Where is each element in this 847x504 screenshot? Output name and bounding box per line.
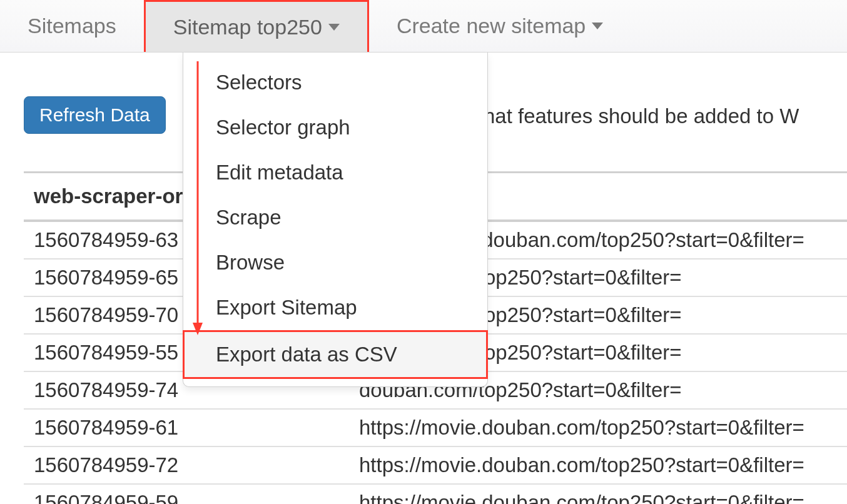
nav-create-new[interactable]: Create new sitemap (369, 0, 631, 52)
nav-bar: Sitemaps Sitemap top250 Create new sitem… (0, 0, 847, 53)
dropdown-item-scrape[interactable]: Scrape (183, 195, 487, 240)
caret-down-icon (328, 24, 340, 31)
caret-down-icon (592, 23, 603, 29)
cell-order: 1560784959-61 (24, 409, 349, 446)
cell-order: 1560784959-72 (24, 446, 349, 484)
table-row: 1560784959-61 https://movie.douban.com/t… (24, 409, 847, 446)
dropdown-item-browse[interactable]: Browse (183, 240, 487, 285)
dropdown-item-edit-metadata[interactable]: Edit metadata (183, 150, 487, 195)
dropdown-item-selectors[interactable]: Selectors (183, 60, 487, 105)
dropdown-item-export-csv[interactable]: Export data as CSV (183, 330, 488, 379)
nav-sitemaps-label: Sitemaps (28, 14, 116, 38)
cell-url: https://movie.douban.com/top250?start=0&… (349, 446, 847, 484)
dropdown-item-selector-graph[interactable]: Selector graph (183, 105, 487, 150)
cell-url: https://movie.douban.com/top250?start=0&… (349, 484, 847, 504)
refresh-button[interactable]: Refresh Data (24, 96, 166, 134)
dropdown-item-export-sitemap[interactable]: Export Sitemap (183, 285, 487, 330)
sitemap-dropdown-menu: Selectors Selector graph Edit metadata S… (183, 53, 488, 387)
cell-url: https://movie.douban.com/top250?start=0&… (349, 409, 847, 446)
nav-sitemap-current[interactable]: Sitemap top250 (144, 0, 369, 52)
table-row: 1560784959-59 https://movie.douban.com/t… (24, 484, 847, 504)
nav-create-new-label: Create new sitemap (397, 14, 586, 38)
info-text: what features should be added to W (469, 104, 799, 128)
nav-sitemaps[interactable]: Sitemaps (0, 0, 144, 52)
nav-sitemap-current-label: Sitemap top250 (173, 15, 322, 39)
cell-order: 1560784959-59 (24, 484, 349, 504)
table-row: 1560784959-72 https://movie.douban.com/t… (24, 446, 847, 484)
